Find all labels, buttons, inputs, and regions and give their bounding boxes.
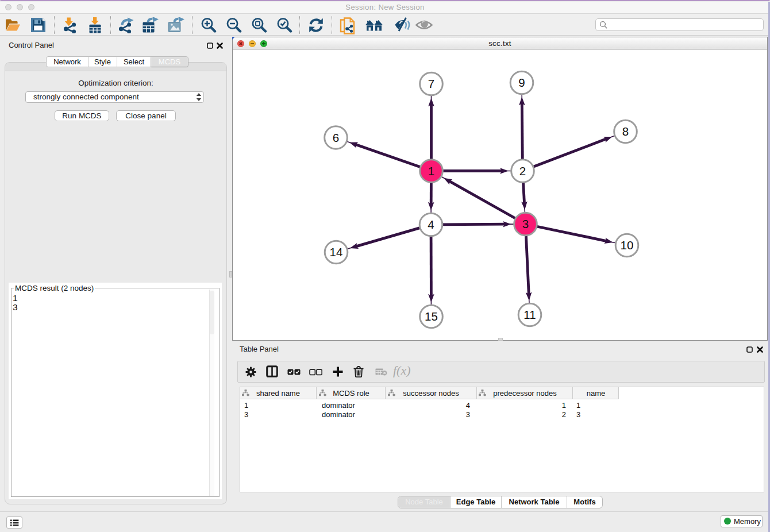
svg-text:9: 9 xyxy=(518,76,525,89)
svg-text:4: 4 xyxy=(428,218,434,231)
svg-text:3: 3 xyxy=(522,217,529,230)
svg-text:7: 7 xyxy=(428,77,434,90)
svg-text:14: 14 xyxy=(330,245,343,259)
svg-text:8: 8 xyxy=(622,125,629,138)
svg-text:2: 2 xyxy=(519,164,526,178)
svg-text:6: 6 xyxy=(333,131,339,144)
svg-text:10: 10 xyxy=(621,238,634,252)
svg-text:1: 1 xyxy=(428,164,434,178)
svg-text:11: 11 xyxy=(523,308,536,321)
svg-text:15: 15 xyxy=(425,310,438,323)
